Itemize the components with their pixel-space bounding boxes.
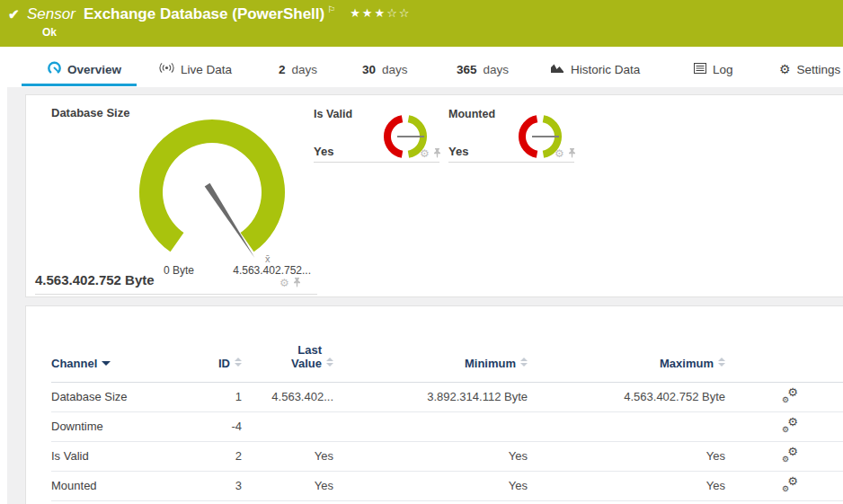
widget-toolbar: ⚙	[420, 146, 441, 162]
tab-number: 30	[362, 63, 376, 76]
tab-30-days[interactable]: 30 days	[362, 54, 408, 84]
channel-settings-icon[interactable]: ⚙⚙	[782, 388, 798, 402]
widget-title: Mounted	[448, 108, 495, 120]
channel-maximum: Yes	[528, 441, 725, 471]
col-header-actions	[725, 306, 843, 382]
tab-2-days[interactable]: 2 days	[279, 54, 317, 84]
page-title: Exchange Database (PowerShell)	[84, 5, 324, 22]
object-kind-label: Sensor	[27, 5, 75, 22]
mounted-widget: Mounted Yes ⚙	[448, 106, 583, 164]
table-row: Mounted 3 Yes Yes Yes ⚙⚙	[51, 471, 843, 500]
table-header-row: Channel ID Last Value Minimum Maximum	[51, 306, 843, 382]
channel-last-value	[242, 411, 333, 441]
pin-icon[interactable]	[293, 275, 301, 291]
widget-value: Yes	[314, 145, 333, 158]
sort-icon	[718, 358, 725, 367]
channel-id: 3	[186, 471, 242, 500]
sensor-header: ✔ SensorExchange Database (PowerShell)⚐★…	[0, 0, 843, 47]
stars-empty: ☆☆	[386, 6, 411, 20]
table-row: Is Valid 2 Yes Yes Yes ⚙⚙	[51, 441, 843, 471]
tab-number: 365	[457, 63, 477, 76]
tab-label: days	[382, 63, 408, 76]
sensor-title-row: SensorExchange Database (PowerShell)⚐★★★…	[27, 4, 411, 23]
widget-divider	[35, 294, 317, 295]
gear-icon[interactable]: ⚙	[420, 147, 430, 160]
ok-check-icon: ✔	[8, 6, 20, 22]
channel-minimum	[333, 411, 528, 441]
widget-value: Yes	[448, 145, 468, 158]
channel-last-value: 4.563.402...	[242, 382, 333, 411]
widget-toolbar: ⚙	[555, 146, 576, 162]
active-tab-underline	[22, 84, 137, 86]
prtg-sensor-page: ✔ SensorExchange Database (PowerShell)⚐★…	[0, 0, 843, 504]
tab-log[interactable]: Log	[694, 54, 733, 84]
channel-last-value: Yes	[242, 471, 333, 500]
gauge-icon	[48, 61, 61, 77]
gear-icon: ⚙	[779, 62, 791, 76]
table-row: Downtime -4 ⚙⚙	[51, 411, 843, 441]
gauge-needle	[205, 183, 255, 258]
tab-label: days	[484, 63, 510, 76]
gauge-min-label: 0 Byte	[149, 264, 209, 277]
channel-minimum: Yes	[333, 471, 528, 500]
channel-last-value: Yes	[242, 441, 333, 471]
tab-label: Log	[713, 63, 733, 76]
gear-icon[interactable]: ⚙	[280, 277, 289, 289]
sort-icon	[520, 358, 528, 367]
tab-live-data[interactable]: Live Data	[159, 54, 232, 84]
widget-divider	[448, 162, 574, 163]
database-size-gauge	[136, 116, 288, 269]
pin-icon[interactable]	[433, 146, 441, 162]
channel-maximum: Yes	[528, 471, 725, 500]
widget-title: Is Valid	[314, 108, 352, 120]
gauge-toolbar: ⚙	[280, 275, 301, 291]
channel-settings-icon[interactable]: ⚙⚙	[782, 447, 798, 462]
gauges-panel: Database Size 0 Byte 4.563.402.752... x̄…	[25, 94, 843, 297]
tab-historic-data[interactable]: Historic Data	[550, 54, 640, 84]
tab-label: Historic Data	[571, 63, 640, 76]
col-header-channel[interactable]: Channel	[51, 306, 186, 382]
gauge-current-value: 4.563.402.752 Byte	[35, 272, 155, 287]
is-valid-widget: Is Valid Yes ⚙	[314, 106, 448, 164]
channel-id: 1	[186, 382, 242, 411]
log-list-icon	[694, 63, 706, 76]
channel-maximum	[528, 411, 725, 441]
channel-settings-icon[interactable]: ⚙⚙	[782, 477, 798, 491]
content-area: Database Size 0 Byte 4.563.402.752... x̄…	[7, 87, 843, 504]
priority-stars[interactable]: ★★★☆☆	[350, 6, 411, 20]
channel-name: Is Valid	[51, 441, 186, 471]
sort-icon	[235, 358, 242, 367]
tab-bar: Overview Live Data 2 days 30 days 365 da…	[0, 47, 843, 87]
channel-name: Downtime	[51, 411, 186, 441]
sort-icon	[326, 358, 333, 367]
col-header-last-value[interactable]: Last Value	[242, 306, 333, 382]
pin-icon[interactable]	[568, 146, 576, 162]
flag-icon[interactable]: ⚐	[327, 4, 335, 14]
channel-minimum: 3.892.314.112 Byte	[333, 382, 528, 411]
channel-minimum: Yes	[333, 441, 528, 471]
channels-panel: Channel ID Last Value Minimum Maximum Da…	[25, 305, 843, 504]
channel-name: Database Size	[51, 382, 186, 411]
gauge-title: Database Size	[51, 106, 129, 119]
tab-label: Live Data	[181, 63, 232, 76]
tab-label: days	[292, 63, 318, 76]
tab-settings[interactable]: ⚙ Settings	[779, 54, 840, 84]
channel-id: 2	[186, 441, 242, 471]
col-header-id[interactable]: ID	[186, 306, 242, 382]
channel-table: Channel ID Last Value Minimum Maximum Da…	[51, 306, 843, 501]
table-row: Database Size 1 4.563.402... 3.892.314.1…	[51, 382, 843, 411]
live-data-icon	[159, 62, 174, 76]
channel-settings-icon[interactable]: ⚙⚙	[782, 418, 798, 432]
tab-365-days[interactable]: 365 days	[457, 54, 509, 84]
col-header-maximum[interactable]: Maximum	[528, 306, 725, 382]
channel-name: Mounted	[51, 471, 186, 500]
gear-icon[interactable]: ⚙	[555, 147, 564, 160]
col-header-minimum[interactable]: Minimum	[333, 306, 528, 382]
status-badge: Ok	[42, 26, 57, 39]
gauge-average-marker: x̄	[265, 253, 271, 264]
widget-divider	[314, 162, 439, 163]
tab-label: Overview	[67, 63, 121, 76]
channel-id: -4	[186, 411, 242, 441]
tab-overview[interactable]: Overview	[48, 54, 121, 84]
tab-number: 2	[279, 63, 286, 76]
